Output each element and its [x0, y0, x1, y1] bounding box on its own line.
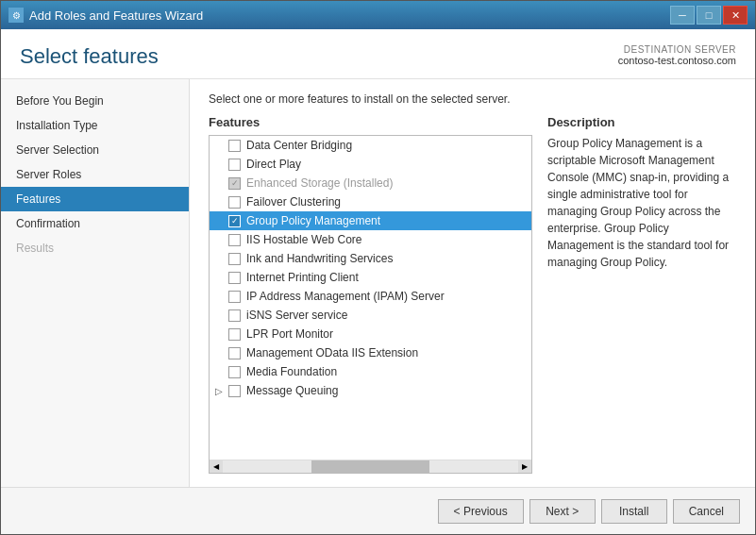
checkbox-failover-clustering[interactable] — [228, 196, 241, 209]
sidebar-item-features[interactable]: Features — [1, 187, 189, 211]
checkbox-message-queuing[interactable] — [228, 385, 241, 397]
features-description-area: Features Data Center Bridging — [209, 115, 736, 474]
expand-placeholder — [215, 254, 227, 264]
expand-placeholder — [215, 197, 227, 208]
features-list[interactable]: Data Center Bridging Direct Play — [210, 136, 531, 460]
feature-label: Group Policy Management — [246, 214, 380, 227]
sidebar-item-installation-type[interactable]: Installation Type — [1, 113, 189, 138]
feature-label: Direct Play — [246, 158, 301, 171]
feature-item-enhanced-storage[interactable]: Enhanced Storage (Installed) — [210, 174, 531, 192]
app-icon: ⚙ — [8, 8, 24, 23]
checkbox-iis-hostable[interactable] — [228, 234, 241, 246]
expand-placeholder — [215, 367, 227, 377]
expand-placeholder — [215, 273, 227, 283]
description-header: Description — [547, 115, 736, 129]
description-text: Group Policy Management is a scriptable … — [547, 135, 736, 271]
expand-placeholder — [215, 348, 227, 359]
expand-placeholder — [215, 310, 227, 321]
horizontal-scrollbar[interactable]: ◀ ▶ — [210, 460, 531, 473]
main-area: Before You Begin Installation Type Serve… — [1, 79, 755, 487]
expand-placeholder — [215, 141, 227, 151]
instruction-text: Select one or more features to install o… — [209, 92, 736, 106]
page-title: Select features — [20, 44, 159, 69]
feature-label: IIS Hostable Web Core — [246, 233, 362, 246]
footer: < Previous Next > Install Cancel — [1, 487, 755, 534]
feature-label: LPR Port Monitor — [246, 327, 333, 341]
feature-label: Internet Printing Client — [246, 271, 359, 284]
feature-label: Failover Clustering — [246, 195, 341, 209]
sidebar: Before You Begin Installation Type Serve… — [1, 79, 190, 487]
feature-item-group-policy[interactable]: ✓ Group Policy Management — [210, 211, 531, 230]
close-button[interactable]: ✕ — [723, 6, 748, 25]
scroll-left-button[interactable]: ◀ — [210, 460, 223, 474]
title-bar: ⚙ Add Roles and Features Wizard ─ □ ✕ — [1, 1, 755, 29]
window-title: Add Roles and Features Wizard — [29, 8, 203, 23]
expand-placeholder — [215, 159, 227, 170]
feature-label: Message Queuing — [246, 384, 338, 397]
scroll-right-button[interactable]: ▶ — [518, 460, 531, 474]
feature-label: Enhanced Storage (Installed) — [246, 176, 393, 190]
description-column: Description Group Policy Management is a… — [547, 115, 736, 474]
feature-item-ink-handwriting[interactable]: Ink and Handwriting Services — [210, 249, 531, 268]
feature-item-message-queuing[interactable]: ▷ Message Queuing — [210, 381, 531, 400]
feature-item-data-center-bridging[interactable]: Data Center Bridging — [210, 136, 531, 155]
sidebar-item-results: Results — [1, 236, 189, 260]
feature-label: iSNS Server service — [246, 309, 347, 322]
feature-item-management-odata[interactable]: Management OData IIS Extension — [210, 343, 531, 362]
expand-arrow-message-queuing[interactable]: ▷ — [215, 386, 227, 396]
expand-placeholder — [215, 292, 227, 302]
checkbox-enhanced-storage[interactable] — [228, 177, 241, 190]
dest-name: contoso-test.contoso.com — [618, 55, 736, 66]
checkbox-isns[interactable] — [228, 309, 241, 322]
sidebar-item-before-you-begin[interactable]: Before You Begin — [1, 89, 189, 113]
feature-item-ipam[interactable]: IP Address Management (IPAM) Server — [210, 287, 531, 306]
header-area: Select features DESTINATION SERVER conto… — [1, 29, 755, 79]
checkbox-direct-play[interactable] — [228, 159, 241, 171]
checkbox-data-center-bridging[interactable] — [228, 140, 241, 152]
content-panel: Select one or more features to install o… — [190, 79, 755, 487]
sidebar-item-confirmation[interactable]: Confirmation — [1, 211, 189, 236]
dest-label: DESTINATION SERVER — [618, 44, 736, 55]
expand-placeholder — [215, 178, 227, 189]
main-window: ⚙ Add Roles and Features Wizard ─ □ ✕ Se… — [0, 0, 756, 535]
feature-label: Data Center Bridging — [246, 139, 352, 152]
expand-placeholder — [215, 216, 227, 226]
checkbox-ipam[interactable] — [228, 291, 241, 303]
title-bar-left: ⚙ Add Roles and Features Wizard — [8, 8, 203, 23]
feature-item-failover-clustering[interactable]: Failover Clustering — [210, 192, 531, 211]
next-button[interactable]: Next > — [529, 499, 596, 524]
feature-label: Management OData IIS Extension — [246, 346, 418, 359]
feature-item-lpr[interactable]: LPR Port Monitor — [210, 325, 531, 343]
scroll-track[interactable] — [223, 460, 518, 474]
features-column: Features Data Center Bridging — [209, 115, 532, 474]
feature-item-direct-play[interactable]: Direct Play — [210, 155, 531, 174]
features-header: Features — [209, 115, 532, 129]
sidebar-item-server-roles[interactable]: Server Roles — [1, 162, 189, 187]
cancel-button[interactable]: Cancel — [673, 499, 740, 524]
destination-server: DESTINATION SERVER contoso-test.contoso.… — [618, 44, 736, 66]
previous-button[interactable]: < Previous — [438, 499, 524, 524]
content-area: Select features DESTINATION SERVER conto… — [1, 29, 755, 487]
minimize-button[interactable]: ─ — [670, 6, 695, 25]
checkbox-management-odata[interactable] — [228, 347, 241, 359]
feature-item-isns[interactable]: iSNS Server service — [210, 306, 531, 325]
checkbox-internet-printing[interactable] — [228, 272, 241, 284]
feature-label: Ink and Handwriting Services — [246, 252, 393, 265]
feature-label: IP Address Management (IPAM) Server — [246, 290, 445, 303]
maximize-button[interactable]: □ — [697, 6, 721, 25]
expand-placeholder — [215, 235, 227, 245]
feature-item-internet-printing[interactable]: Internet Printing Client — [210, 268, 531, 287]
checkbox-group-policy[interactable]: ✓ — [228, 215, 241, 227]
checkbox-ink-handwriting[interactable] — [228, 253, 241, 265]
install-button[interactable]: Install — [601, 499, 667, 524]
window-controls: ─ □ ✕ — [670, 6, 748, 25]
feature-item-iis-hostable[interactable]: IIS Hostable Web Core — [210, 230, 531, 249]
expand-placeholder — [215, 329, 227, 340]
feature-item-media-foundation[interactable]: Media Foundation — [210, 362, 531, 381]
sidebar-item-server-selection[interactable]: Server Selection — [1, 138, 189, 162]
feature-label: Media Foundation — [246, 365, 337, 378]
scroll-thumb[interactable] — [311, 460, 429, 474]
features-list-container[interactable]: Data Center Bridging Direct Play — [209, 135, 532, 474]
checkbox-media-foundation[interactable] — [228, 366, 241, 378]
checkbox-lpr[interactable] — [228, 328, 241, 341]
